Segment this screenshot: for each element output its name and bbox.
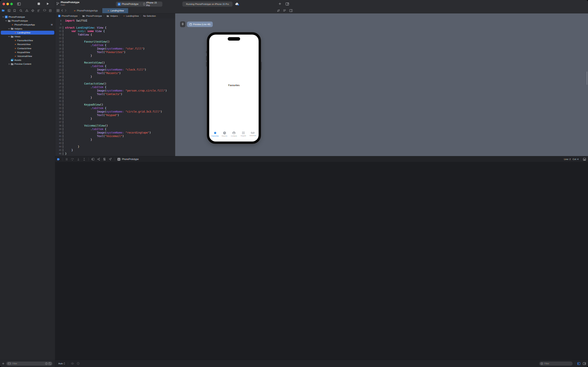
sidebar-item-contactsview[interactable]: ContactsView [0,46,55,50]
code-line-37[interactable]: 37 [55,120,175,124]
sidebar-item-phoneprototypeapp[interactable]: PhonePrototypeAppM [0,23,55,27]
code-line-44[interactable]: 44 } [55,145,175,148]
code-line-33[interactable]: 33 .tabItem { [55,106,175,110]
forward-chevron-icon[interactable] [65,9,67,12]
sidebar-item-preview-content[interactable]: Preview Content [0,62,55,66]
sidebar-item-landingview[interactable]: LandingView [1,31,54,35]
environment-overrides-icon[interactable] [103,158,106,161]
code-line-16[interactable]: 16 Image(systemName: "star.fill") [55,47,175,50]
debug-navigator-tab[interactable] [37,9,40,12]
code-line-46[interactable]: 46} [55,152,175,155]
sidebar-item-helpers[interactable]: Helpers [0,27,55,31]
code-line-17[interactable]: 17 Text("Favourites") [55,50,175,54]
disclosure-down-icon[interactable] [2,16,4,17]
view-hierarchy-icon[interactable] [91,158,94,161]
code-line-21[interactable]: 21 .tabItem { [55,64,175,68]
minimize-window-button[interactable] [6,3,9,5]
zoom-window-button[interactable] [10,3,13,5]
code-line-26[interactable]: 26 ContactsView() [55,82,175,85]
preview-line-button[interactable]: Preview (Line 48) [187,22,213,27]
debug-console[interactable] [55,162,294,184]
code-line-32[interactable]: 32 KeypadView() [55,103,175,106]
code-line-12[interactable]: 12 TabView { [55,33,175,36]
preview-tab-favourites[interactable]: Favourites [210,131,219,137]
code-line-28[interactable]: 28 Image(systemName: "person.crop.circle… [55,89,175,92]
breadcrumb-item-landingview[interactable]: LandingView [122,15,139,17]
code-line-31[interactable]: 31 [55,99,175,103]
step-over-icon[interactable] [71,158,74,161]
breadcrumb-item-no-selection[interactable]: No Selection [143,15,156,17]
code-line-27[interactable]: 27 .tabItem { [55,85,175,89]
source-control-navigator-tab[interactable] [8,9,10,12]
code-line-34[interactable]: 34 Image(systemName: "circle.grid.3x3.fi… [55,110,175,113]
code-line-41[interactable]: 41 Text("Voicemail") [55,134,175,138]
code-line-42[interactable]: 42 } [55,138,175,141]
pin-preview-button[interactable] [180,21,185,27]
code-line-9[interactable]: 9 [55,22,175,26]
breadcrumb-item-phoneprototype[interactable]: APhonePrototype [58,15,78,17]
sidebar-item-voicemailview[interactable]: VoicemailView [0,54,55,58]
add-editor-icon[interactable] [278,2,281,5]
close-window-button[interactable] [2,3,5,5]
code-line-14[interactable]: 14 FavouritesView() [55,40,175,43]
pause-execution-icon[interactable] [66,158,68,161]
disclosure-down-icon[interactable] [8,36,10,37]
preview-tab-keypad[interactable]: Keypad [239,131,248,137]
code-line-22[interactable]: 22 Image(systemName: "clock.fill") [55,68,175,71]
stop-button[interactable] [37,2,40,5]
sidebar-item-phoneprototype[interactable]: APhonePrototype [0,15,55,19]
code-line-24[interactable]: 24 } [55,75,175,78]
code-line-43[interactable]: 43 [55,141,175,145]
disclosure-right-icon[interactable] [8,63,10,65]
code-line-19[interactable]: 19 [55,57,175,61]
issues-navigator-tab[interactable] [25,9,28,12]
step-out-icon[interactable] [83,158,86,161]
code-line-23[interactable]: 23 Text("Recents") [55,71,175,75]
reports-navigator-tab[interactable] [49,9,51,12]
run-button[interactable] [46,2,49,5]
code-line-15[interactable]: 15 .tabItem { [55,43,175,47]
sidebar-item-assets[interactable]: Assets [0,58,55,62]
code-review-icon[interactable] [277,9,280,12]
preview-tab-voicemail[interactable]: Voicemail [248,131,257,137]
step-into-icon[interactable] [77,158,80,161]
breakpoints-toggle-icon[interactable] [57,158,60,161]
code-line-29[interactable]: 29 Text("Contacts") [55,92,175,96]
code-line-8[interactable]: 8import SwiftUI [55,19,175,22]
code-line-38[interactable]: 38 VoicemailView() [55,124,175,127]
editor-tab-landingview[interactable]: LandingView [102,8,128,13]
editor-grid-icon[interactable] [57,9,59,12]
simulate-location-icon[interactable] [109,158,112,161]
code-line-40[interactable]: 40 Image(systemName: "recordingtape") [55,131,175,134]
breakpoints-navigator-tab[interactable] [43,9,46,12]
back-chevron-icon[interactable] [61,9,63,12]
toggle-navigator-icon[interactable] [17,2,21,6]
editor-tab-phoneprototypeapp[interactable]: PhonePrototypeApp [68,8,102,13]
editor-options-icon[interactable] [283,9,286,12]
find-navigator-tab[interactable] [19,9,22,12]
editor-layout-icon[interactable] [289,9,293,12]
scheme-selector[interactable]: A PhonePrototype 〉 iPhone 15 Pro [116,1,162,7]
sidebar-item-views[interactable]: Views [0,35,55,39]
preview-tab-contacts[interactable]: Contacts [229,131,238,137]
inspector-toggle-icon[interactable] [286,2,289,6]
code-line-25[interactable]: 25 [55,78,175,82]
code-line-45[interactable]: 45 } [55,148,175,152]
code-line-18[interactable]: 18 } [55,54,175,57]
memory-graph-icon[interactable] [97,158,100,161]
code-line-39[interactable]: 39 .tabItem { [55,127,175,131]
sidebar-item-keypadview[interactable]: KeypadView [0,50,55,54]
bookmarks-navigator-tab[interactable] [13,9,16,12]
sidebar-item-recentsview[interactable]: RecentsView [0,42,55,46]
code-line-30[interactable]: 30 } [55,96,175,99]
disclosure-down-icon[interactable] [8,28,10,29]
preview-tab-recents[interactable]: Recents [220,131,229,137]
sidebar-item-favouritesview[interactable]: FavouritesView [0,39,55,42]
code-line-35[interactable]: 35 Text("Keypad") [55,113,175,117]
tests-navigator-tab[interactable] [31,9,34,12]
code-line-36[interactable]: 36 } [55,117,175,120]
code-line-11[interactable]: 11 var body: some View { [55,29,175,33]
breadcrumb-item-helpers[interactable]: Helpers [106,15,118,17]
project-navigator-tab[interactable] [1,9,5,12]
code-line-13[interactable]: 13 [55,36,175,40]
